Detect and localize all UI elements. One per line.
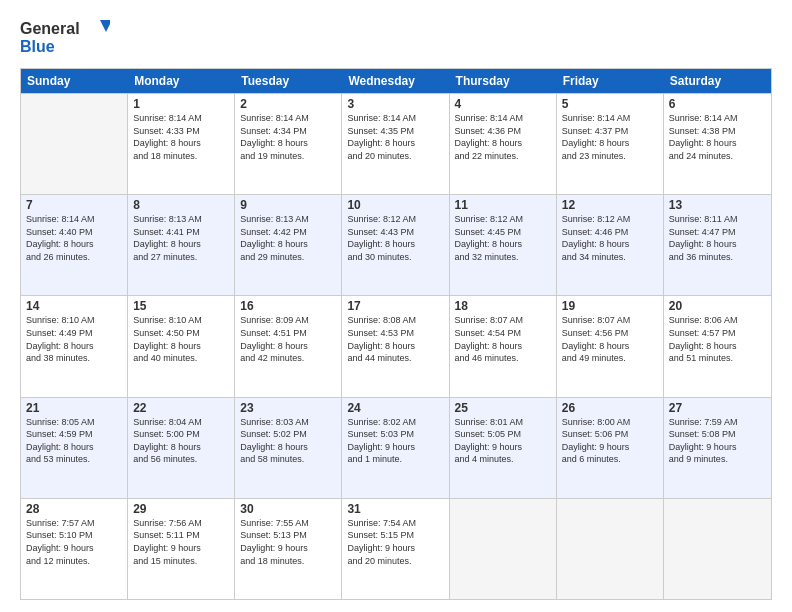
day-number: 6 xyxy=(669,97,766,111)
day-info: Sunrise: 8:07 AM Sunset: 4:54 PM Dayligh… xyxy=(455,314,551,364)
day-number: 3 xyxy=(347,97,443,111)
day-info: Sunrise: 8:14 AM Sunset: 4:36 PM Dayligh… xyxy=(455,112,551,162)
day-number: 13 xyxy=(669,198,766,212)
day-info: Sunrise: 8:14 AM Sunset: 4:34 PM Dayligh… xyxy=(240,112,336,162)
day-cell: 22Sunrise: 8:04 AM Sunset: 5:00 PM Dayli… xyxy=(128,398,235,498)
empty-cell xyxy=(450,499,557,599)
day-info: Sunrise: 8:05 AM Sunset: 4:59 PM Dayligh… xyxy=(26,416,122,466)
day-cell: 30Sunrise: 7:55 AM Sunset: 5:13 PM Dayli… xyxy=(235,499,342,599)
day-info: Sunrise: 8:13 AM Sunset: 4:42 PM Dayligh… xyxy=(240,213,336,263)
calendar-week: 14Sunrise: 8:10 AM Sunset: 4:49 PM Dayli… xyxy=(21,295,771,396)
day-info: Sunrise: 8:06 AM Sunset: 4:57 PM Dayligh… xyxy=(669,314,766,364)
day-info: Sunrise: 8:03 AM Sunset: 5:02 PM Dayligh… xyxy=(240,416,336,466)
day-info: Sunrise: 8:10 AM Sunset: 4:49 PM Dayligh… xyxy=(26,314,122,364)
day-number: 23 xyxy=(240,401,336,415)
day-info: Sunrise: 8:12 AM Sunset: 4:45 PM Dayligh… xyxy=(455,213,551,263)
calendar: SundayMondayTuesdayWednesdayThursdayFrid… xyxy=(20,68,772,600)
day-info: Sunrise: 8:14 AM Sunset: 4:40 PM Dayligh… xyxy=(26,213,122,263)
day-info: Sunrise: 8:02 AM Sunset: 5:03 PM Dayligh… xyxy=(347,416,443,466)
day-cell: 16Sunrise: 8:09 AM Sunset: 4:51 PM Dayli… xyxy=(235,296,342,396)
day-info: Sunrise: 8:12 AM Sunset: 4:43 PM Dayligh… xyxy=(347,213,443,263)
day-info: Sunrise: 7:56 AM Sunset: 5:11 PM Dayligh… xyxy=(133,517,229,567)
day-info: Sunrise: 7:55 AM Sunset: 5:13 PM Dayligh… xyxy=(240,517,336,567)
page: General Blue SundayMondayTuesdayWednesda… xyxy=(0,0,792,612)
logo: General Blue xyxy=(20,16,110,58)
day-info: Sunrise: 8:04 AM Sunset: 5:00 PM Dayligh… xyxy=(133,416,229,466)
day-cell: 23Sunrise: 8:03 AM Sunset: 5:02 PM Dayli… xyxy=(235,398,342,498)
day-info: Sunrise: 8:14 AM Sunset: 4:37 PM Dayligh… xyxy=(562,112,658,162)
day-cell: 10Sunrise: 8:12 AM Sunset: 4:43 PM Dayli… xyxy=(342,195,449,295)
weekday-header: Saturday xyxy=(664,69,771,93)
day-number: 15 xyxy=(133,299,229,313)
day-info: Sunrise: 8:14 AM Sunset: 4:38 PM Dayligh… xyxy=(669,112,766,162)
day-info: Sunrise: 8:09 AM Sunset: 4:51 PM Dayligh… xyxy=(240,314,336,364)
weekday-header: Friday xyxy=(557,69,664,93)
day-number: 22 xyxy=(133,401,229,415)
calendar-body: 1Sunrise: 8:14 AM Sunset: 4:33 PM Daylig… xyxy=(21,93,771,599)
day-cell: 13Sunrise: 8:11 AM Sunset: 4:47 PM Dayli… xyxy=(664,195,771,295)
day-number: 29 xyxy=(133,502,229,516)
day-number: 17 xyxy=(347,299,443,313)
weekday-header: Monday xyxy=(128,69,235,93)
day-number: 7 xyxy=(26,198,122,212)
weekday-header: Tuesday xyxy=(235,69,342,93)
day-cell: 18Sunrise: 8:07 AM Sunset: 4:54 PM Dayli… xyxy=(450,296,557,396)
day-number: 1 xyxy=(133,97,229,111)
day-number: 19 xyxy=(562,299,658,313)
day-info: Sunrise: 8:14 AM Sunset: 4:35 PM Dayligh… xyxy=(347,112,443,162)
svg-text:General: General xyxy=(20,20,80,37)
day-cell: 28Sunrise: 7:57 AM Sunset: 5:10 PM Dayli… xyxy=(21,499,128,599)
day-cell: 5Sunrise: 8:14 AM Sunset: 4:37 PM Daylig… xyxy=(557,94,664,194)
day-info: Sunrise: 8:08 AM Sunset: 4:53 PM Dayligh… xyxy=(347,314,443,364)
svg-text:Blue: Blue xyxy=(20,38,55,55)
logo-svg: General Blue xyxy=(20,16,110,58)
weekday-header: Thursday xyxy=(450,69,557,93)
day-number: 26 xyxy=(562,401,658,415)
day-cell: 4Sunrise: 8:14 AM Sunset: 4:36 PM Daylig… xyxy=(450,94,557,194)
day-number: 21 xyxy=(26,401,122,415)
calendar-week: 1Sunrise: 8:14 AM Sunset: 4:33 PM Daylig… xyxy=(21,93,771,194)
day-number: 30 xyxy=(240,502,336,516)
day-number: 27 xyxy=(669,401,766,415)
day-cell: 31Sunrise: 7:54 AM Sunset: 5:15 PM Dayli… xyxy=(342,499,449,599)
day-cell: 6Sunrise: 8:14 AM Sunset: 4:38 PM Daylig… xyxy=(664,94,771,194)
day-number: 9 xyxy=(240,198,336,212)
calendar-header: SundayMondayTuesdayWednesdayThursdayFrid… xyxy=(21,69,771,93)
day-number: 16 xyxy=(240,299,336,313)
day-info: Sunrise: 7:54 AM Sunset: 5:15 PM Dayligh… xyxy=(347,517,443,567)
calendar-week: 7Sunrise: 8:14 AM Sunset: 4:40 PM Daylig… xyxy=(21,194,771,295)
day-number: 11 xyxy=(455,198,551,212)
day-number: 20 xyxy=(669,299,766,313)
day-number: 18 xyxy=(455,299,551,313)
day-cell: 12Sunrise: 8:12 AM Sunset: 4:46 PM Dayli… xyxy=(557,195,664,295)
calendar-week: 28Sunrise: 7:57 AM Sunset: 5:10 PM Dayli… xyxy=(21,498,771,599)
day-info: Sunrise: 8:10 AM Sunset: 4:50 PM Dayligh… xyxy=(133,314,229,364)
day-info: Sunrise: 8:11 AM Sunset: 4:47 PM Dayligh… xyxy=(669,213,766,263)
day-cell: 11Sunrise: 8:12 AM Sunset: 4:45 PM Dayli… xyxy=(450,195,557,295)
empty-cell xyxy=(21,94,128,194)
day-number: 28 xyxy=(26,502,122,516)
svg-marker-2 xyxy=(100,20,110,32)
day-number: 4 xyxy=(455,97,551,111)
day-cell: 27Sunrise: 7:59 AM Sunset: 5:08 PM Dayli… xyxy=(664,398,771,498)
day-cell: 7Sunrise: 8:14 AM Sunset: 4:40 PM Daylig… xyxy=(21,195,128,295)
day-cell: 24Sunrise: 8:02 AM Sunset: 5:03 PM Dayli… xyxy=(342,398,449,498)
day-cell: 3Sunrise: 8:14 AM Sunset: 4:35 PM Daylig… xyxy=(342,94,449,194)
day-info: Sunrise: 8:13 AM Sunset: 4:41 PM Dayligh… xyxy=(133,213,229,263)
day-cell: 21Sunrise: 8:05 AM Sunset: 4:59 PM Dayli… xyxy=(21,398,128,498)
day-info: Sunrise: 8:00 AM Sunset: 5:06 PM Dayligh… xyxy=(562,416,658,466)
day-info: Sunrise: 8:07 AM Sunset: 4:56 PM Dayligh… xyxy=(562,314,658,364)
day-number: 25 xyxy=(455,401,551,415)
day-cell: 9Sunrise: 8:13 AM Sunset: 4:42 PM Daylig… xyxy=(235,195,342,295)
day-number: 5 xyxy=(562,97,658,111)
day-cell: 15Sunrise: 8:10 AM Sunset: 4:50 PM Dayli… xyxy=(128,296,235,396)
day-cell: 14Sunrise: 8:10 AM Sunset: 4:49 PM Dayli… xyxy=(21,296,128,396)
day-cell: 8Sunrise: 8:13 AM Sunset: 4:41 PM Daylig… xyxy=(128,195,235,295)
day-number: 31 xyxy=(347,502,443,516)
day-cell: 26Sunrise: 8:00 AM Sunset: 5:06 PM Dayli… xyxy=(557,398,664,498)
empty-cell xyxy=(664,499,771,599)
weekday-header: Wednesday xyxy=(342,69,449,93)
day-cell: 25Sunrise: 8:01 AM Sunset: 5:05 PM Dayli… xyxy=(450,398,557,498)
day-cell: 29Sunrise: 7:56 AM Sunset: 5:11 PM Dayli… xyxy=(128,499,235,599)
day-number: 8 xyxy=(133,198,229,212)
